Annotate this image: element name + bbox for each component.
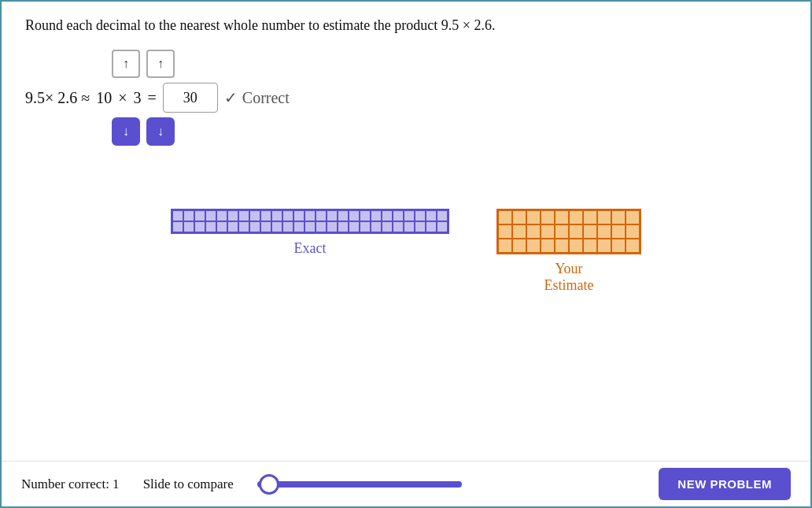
checkmark-icon: ✓ <box>224 88 238 107</box>
answer-input[interactable] <box>163 83 218 113</box>
exact-grid-cell <box>183 221 194 232</box>
estimate-grid-cell <box>512 239 526 253</box>
exact-grid-cell <box>205 210 216 221</box>
exact-grid-cell <box>293 210 304 221</box>
exact-grid-cell <box>227 221 238 232</box>
exact-grid-cell <box>404 221 415 232</box>
exact-grid-cell <box>371 221 382 232</box>
slide-to-compare-label: Slide to compare <box>143 476 234 492</box>
exact-grid-cell <box>415 210 426 221</box>
exact-grid-cell <box>172 210 183 221</box>
estimate-grid-cell <box>569 239 583 253</box>
decrement-val2-button[interactable]: ↓ <box>146 117 175 146</box>
bottom-bar: Number correct: 1 Slide to compare NEW P… <box>2 461 810 506</box>
estimate-grid-cell <box>541 239 555 253</box>
estimate-grid-cell <box>626 224 640 239</box>
estimate-grid-cell <box>555 224 569 239</box>
estimate-grid-cell <box>583 210 597 224</box>
exact-grid-cell <box>271 210 282 221</box>
estimate-grid-cell <box>597 224 611 239</box>
exact-grid-cell <box>393 221 404 232</box>
estimate-grid-cell <box>611 239 626 253</box>
estimate-grid-cell <box>597 239 611 253</box>
estimate-grid-cell <box>541 224 555 239</box>
exact-grid-cell <box>393 210 404 221</box>
exact-grid-cell <box>360 221 371 232</box>
val1-display: 10 <box>96 89 112 107</box>
estimate-grid-cell <box>498 224 512 239</box>
exact-grid-cell <box>338 221 349 232</box>
exact-grid-cell <box>371 210 382 221</box>
exact-grid-cell <box>304 221 316 232</box>
grids-section: Exact Your Estimate <box>25 209 787 294</box>
times-symbol: × <box>118 89 127 107</box>
estimate-grid-cell <box>526 239 541 253</box>
estimate-grid <box>496 209 641 254</box>
exact-grid-cell <box>194 210 205 221</box>
estimate-grid-cell <box>555 210 569 224</box>
estimate-grid-cell <box>526 224 541 239</box>
exact-grid-cell <box>282 210 293 221</box>
estimate-grid-container: Your Estimate <box>496 209 641 294</box>
correct-label: Correct <box>242 89 290 107</box>
exact-grid-cell <box>327 221 338 232</box>
number-correct-label: Number correct: 1 <box>21 476 120 492</box>
estimate-label: Your Estimate <box>544 261 594 294</box>
exact-grid-cell <box>293 221 304 232</box>
exact-grid-cell <box>437 221 448 232</box>
exact-grid-cell <box>205 221 216 232</box>
exact-grid-cell <box>249 210 260 221</box>
exact-grid-cell <box>360 210 371 221</box>
estimate-grid-cell <box>512 224 526 239</box>
exact-grid-cell <box>304 210 316 221</box>
exact-grid-cell <box>216 221 227 232</box>
exact-grid-cell <box>382 210 393 221</box>
exact-grid-cell <box>316 221 327 232</box>
exact-grid-cell <box>260 221 271 232</box>
estimate-grid-cell <box>583 224 597 239</box>
estimate-grid-cell <box>512 210 526 224</box>
estimate-grid-cell <box>597 210 611 224</box>
exact-grid-cell <box>327 210 338 221</box>
exact-grid-cell <box>426 221 437 232</box>
exact-grid-cell <box>238 221 249 232</box>
estimate-grid-cell <box>583 239 597 253</box>
new-problem-button[interactable]: NEW PROBLEM <box>659 468 791 500</box>
exact-grid-cell <box>426 210 437 221</box>
equals-symbol: = <box>148 89 157 107</box>
estimate-grid-cell <box>498 239 512 253</box>
slider-thumb[interactable] <box>259 474 279 495</box>
slider-wrapper <box>257 481 636 488</box>
slider-track <box>257 481 462 488</box>
exact-grid-cell <box>349 221 360 232</box>
arrow-down-icon-2: ↓ <box>157 124 164 139</box>
decrement-val1-button[interactable]: ↓ <box>112 117 140 146</box>
exact-grid-cell <box>216 210 227 221</box>
estimate-grid-cell <box>569 210 583 224</box>
exact-grid-cell <box>271 221 282 232</box>
estimate-grid-cell <box>611 210 626 224</box>
increment-val2-button[interactable]: ↑ <box>146 50 175 78</box>
problem-text: Round each decimal to the nearest whole … <box>25 17 787 34</box>
equation-left: 9.5× 2.6 ≈ <box>25 89 90 107</box>
exact-grid-cell <box>349 210 360 221</box>
exact-grid-cell <box>183 210 194 221</box>
estimate-grid-cell <box>526 210 541 224</box>
exact-label: Exact <box>294 240 327 257</box>
arrow-down-icon-1: ↓ <box>123 124 129 139</box>
exact-grid-cell <box>382 221 393 232</box>
exact-grid-cell <box>249 221 260 232</box>
estimate-grid-cell <box>498 210 512 224</box>
exact-grid-cell <box>172 221 183 232</box>
exact-grid-cell <box>338 210 349 221</box>
exact-grid-container: Exact <box>171 209 449 257</box>
exact-grid <box>171 209 449 234</box>
estimate-grid-cell <box>555 239 569 253</box>
exact-grid-cell <box>194 221 205 232</box>
estimate-grid-cell <box>611 224 626 239</box>
estimate-grid-cell <box>569 224 583 239</box>
estimate-grid-cell <box>541 210 555 224</box>
equation-row: 9.5× 2.6 ≈ 10 × 3 = ✓ Correct <box>25 83 787 113</box>
increment-val1-button[interactable]: ↑ <box>112 50 140 78</box>
estimate-grid-cell <box>626 210 640 224</box>
